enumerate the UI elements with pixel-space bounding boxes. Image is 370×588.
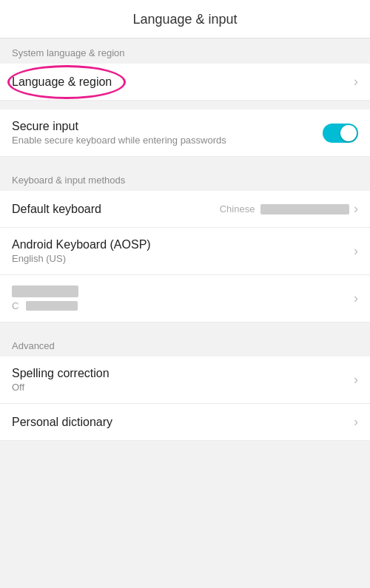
spelling-correction-item[interactable]: Spelling correction Off › [0, 356, 370, 404]
section-advanced: Advanced [0, 331, 370, 356]
personal-dictionary-item[interactable]: Personal dictionary › [0, 404, 370, 441]
gap-2 [0, 157, 370, 166]
header: Language & input [0, 0, 370, 38]
gap-1 [0, 101, 370, 109]
personal-dictionary-content: Personal dictionary [12, 416, 354, 429]
blurred-keyboard-item[interactable]: C › [0, 275, 370, 322]
blurred-keyboard-chevron: › [354, 291, 358, 306]
toggle-thumb [340, 125, 357, 141]
personal-dictionary-chevron: › [354, 414, 358, 430]
spelling-correction-subtitle: Off [12, 382, 354, 393]
section-advanced-label: Advanced [12, 340, 55, 351]
secure-input-subtitle: Enable secure keyboard while entering pa… [12, 135, 323, 146]
spelling-correction-title: Spelling correction [12, 367, 354, 380]
gap-3 [0, 322, 370, 331]
android-keyboard-subtitle: English (US) [12, 253, 354, 264]
section-keyboard-label: Keyboard & input methods [12, 175, 125, 186]
language-region-title: Language & region [12, 75, 354, 89]
secure-input-title: Secure input [12, 120, 323, 133]
default-keyboard-chevron: › [354, 201, 358, 217]
default-keyboard-title: Default keyboard [12, 203, 220, 216]
blurred-keyboard-content: C [12, 285, 354, 311]
language-region-item[interactable]: Language & region › [0, 64, 370, 101]
android-keyboard-chevron: › [354, 243, 358, 259]
android-keyboard-content: Android Keyboard (AOSP) English (US) [12, 238, 354, 264]
blurred-item-subtitle: C [12, 300, 354, 311]
blurred-item-title [12, 285, 354, 297]
section-system-language-label: System language & region [12, 47, 124, 58]
page-title: Language & input [132, 12, 237, 27]
secure-input-content: Secure input Enable secure keyboard whil… [12, 120, 323, 146]
section-system-language: System language & region [0, 38, 370, 64]
secure-input-item[interactable]: Secure input Enable secure keyboard whil… [0, 109, 370, 157]
section-keyboard: Keyboard & input methods [0, 166, 370, 191]
language-region-chevron: › [354, 74, 358, 89]
language-region-content: Language & region [12, 75, 354, 89]
android-keyboard-item[interactable]: Android Keyboard (AOSP) English (US) › [0, 228, 370, 275]
default-keyboard-value: Chinese [220, 203, 349, 215]
spelling-correction-content: Spelling correction Off [12, 367, 354, 393]
personal-dictionary-title: Personal dictionary [12, 416, 354, 429]
default-keyboard-item[interactable]: Default keyboard Chinese › [0, 191, 370, 228]
android-keyboard-title: Android Keyboard (AOSP) [12, 238, 354, 251]
default-keyboard-content: Default keyboard [12, 203, 220, 216]
secure-input-toggle[interactable] [323, 124, 358, 143]
spelling-correction-chevron: › [354, 372, 358, 388]
